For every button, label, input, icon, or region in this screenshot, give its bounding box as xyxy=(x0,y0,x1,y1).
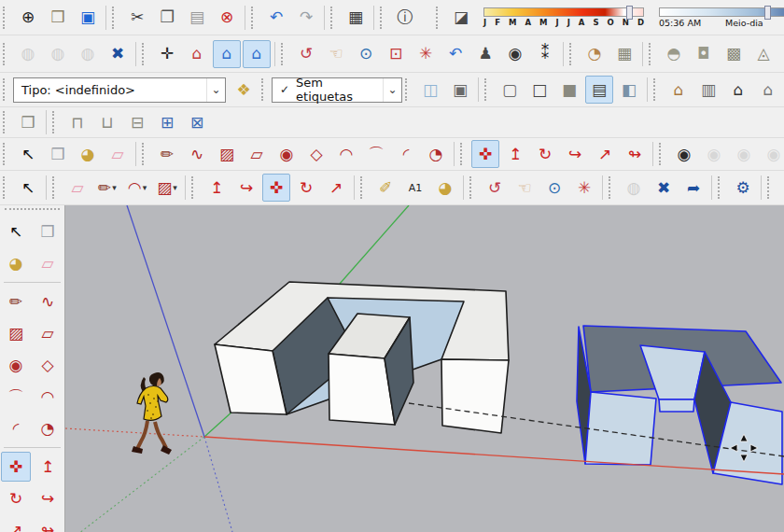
style-hidden-line-button[interactable]: □ xyxy=(525,76,553,104)
toggle-shadows-button[interactable]: ◪ xyxy=(447,4,475,32)
select-button[interactable]: ↖ xyxy=(1,217,31,246)
add-detail-button[interactable]: ◬ xyxy=(749,40,777,68)
follow-me-button[interactable]: ↪ xyxy=(561,140,589,168)
follow-me-button[interactable]: ↪ xyxy=(232,174,260,202)
zoom-window-button[interactable]: ⊡ xyxy=(382,40,410,68)
get-models-button[interactable]: ◍ xyxy=(14,40,42,68)
extension-warehouse-button[interactable]: ✖ xyxy=(104,40,132,68)
chevron-down-icon[interactable]: ⌄ xyxy=(206,78,225,102)
look-through-camera-button[interactable]: ◉ xyxy=(700,140,728,168)
freehand-button[interactable]: ∿ xyxy=(183,140,211,168)
extension-warehouse-button[interactable]: ✖ xyxy=(650,174,678,202)
create-camera-button[interactable]: ◉ xyxy=(670,140,698,168)
toolbar-drag-handle[interactable] xyxy=(142,143,147,165)
copy-courtyard-back-wall[interactable] xyxy=(640,345,705,399)
display-section-fill-button[interactable]: ⌂ xyxy=(243,40,271,68)
rotated-rectangle-button[interactable]: ▱ xyxy=(33,318,63,348)
copy-courtyard-sill[interactable] xyxy=(659,399,694,412)
view-top-button[interactable]: ▥ xyxy=(694,76,722,104)
offset-button[interactable]: ↬ xyxy=(621,140,649,168)
toolbar-drag-handle[interactable] xyxy=(3,78,8,101)
chevron-down-icon[interactable]: ⌄ xyxy=(383,78,401,102)
orbit-button[interactable]: ↺ xyxy=(481,174,509,202)
view-back-button[interactable]: ⌂ xyxy=(754,76,782,104)
solid-trim-button[interactable]: ⊞ xyxy=(153,108,181,136)
u-building-right-wing-face[interactable] xyxy=(441,359,509,433)
section-plane-button[interactable]: ⌂ xyxy=(183,40,211,68)
rectangle-dropdown-arrow[interactable]: ▾ xyxy=(173,183,177,192)
print-button[interactable]: ▦ xyxy=(342,4,370,32)
toolbar-drag-handle[interactable] xyxy=(3,111,8,133)
toolbar-drag-handle[interactable] xyxy=(261,78,267,101)
push-pull-button[interactable]: ↥ xyxy=(33,452,63,482)
viewport-canvas[interactable] xyxy=(65,205,784,532)
polygon-button[interactable]: ◇ xyxy=(33,350,63,380)
position-camera-button[interactable]: ♟ xyxy=(471,40,499,68)
sandbox-from-contours-button[interactable]: ◔ xyxy=(581,40,609,68)
paste-button[interactable]: ▤ xyxy=(183,4,211,32)
send-to-layout-button[interactable]: ➦ xyxy=(679,174,707,202)
look-around-button[interactable]: ◉ xyxy=(501,40,529,68)
copy-button[interactable]: ❐ xyxy=(153,4,181,32)
toolbar-drag-handle[interactable] xyxy=(142,43,147,65)
toolbar-drag-handle[interactable] xyxy=(251,7,257,29)
toolbar-drag-handle[interactable] xyxy=(484,78,490,101)
paint-bucket-button[interactable]: ◕ xyxy=(431,174,459,202)
toolbar-drag-handle[interactable] xyxy=(653,78,659,101)
freehand-button[interactable]: ∿ xyxy=(33,287,63,316)
paint-bucket-button[interactable]: ◕ xyxy=(1,248,31,278)
shadow-time-track[interactable] xyxy=(659,7,784,17)
rotate-button[interactable]: ↻ xyxy=(292,174,320,202)
cut-button[interactable]: ✂ xyxy=(123,4,151,32)
toolbar-drag-handle[interactable] xyxy=(469,176,475,199)
text-button[interactable]: A1 xyxy=(401,174,429,202)
orbit-button[interactable]: ↺ xyxy=(292,40,320,68)
toolbar-drag-handle[interactable] xyxy=(3,176,8,199)
two-point-arc-button[interactable]: ⌒ xyxy=(1,382,31,412)
zoom-extents-button[interactable]: ✳ xyxy=(412,40,440,68)
share-model-button[interactable]: ◍ xyxy=(44,40,72,68)
circle-button[interactable]: ◉ xyxy=(1,350,31,380)
line-dropdown-arrow[interactable]: ▾ xyxy=(112,183,117,192)
offset-button[interactable]: ↬ xyxy=(33,515,63,532)
toolbar-drag-handle[interactable] xyxy=(659,143,665,165)
make-component-button[interactable]: ❒ xyxy=(33,217,63,246)
eraser-button[interactable]: ▱ xyxy=(33,248,63,278)
solid-union-button[interactable]: ⊔ xyxy=(93,108,121,136)
two-point-arc-button[interactable]: ⌒ xyxy=(362,140,390,168)
flip-edge-button[interactable]: ⊠ xyxy=(779,40,784,68)
stamp-button[interactable]: ◘ xyxy=(690,40,718,68)
solid-split-button[interactable]: ⊠ xyxy=(183,108,211,136)
rotate-button[interactable]: ↻ xyxy=(1,483,31,513)
new-file-button[interactable]: ⊕ xyxy=(14,4,42,32)
toolbar-drag-handle[interactable] xyxy=(3,7,8,29)
tags-select[interactable]: ✓ Sem etiquetas ⌄ xyxy=(272,77,402,103)
toolbar-drag-handle[interactable] xyxy=(649,43,654,65)
shadow-date-track[interactable] xyxy=(483,7,644,17)
get-models-button[interactable]: ◍ xyxy=(620,174,648,202)
select-button[interactable]: ↖ xyxy=(14,140,42,168)
toolbar-drag-handle[interactable] xyxy=(191,176,197,199)
scale-button[interactable]: ↗ xyxy=(1,515,31,532)
style-monochrome-button[interactable]: ◧ xyxy=(615,76,643,104)
arc-button[interactable]: ◠▾ xyxy=(123,174,151,202)
three-point-arc-button[interactable]: ◜ xyxy=(1,413,31,443)
rotated-rectangle-button[interactable]: ▱ xyxy=(243,140,271,168)
paint-bucket-button[interactable]: ◕ xyxy=(74,140,102,168)
solid-intersect-button[interactable]: ⊓ xyxy=(63,108,91,136)
outer-shell-button[interactable]: ❒ xyxy=(14,108,42,136)
view-iso-button[interactable]: ⌂ xyxy=(665,76,693,104)
smoove-button[interactable]: ◓ xyxy=(660,40,688,68)
toolbar-drag-handle[interactable] xyxy=(330,7,336,29)
toolbar-drag-handle[interactable] xyxy=(718,176,723,199)
toolbar-drag-handle[interactable] xyxy=(436,7,441,29)
arc-button[interactable]: ◠ xyxy=(33,382,63,412)
zoom-extents-button[interactable]: ✳ xyxy=(570,174,598,202)
undo-button[interactable]: ↶ xyxy=(262,4,290,32)
line-button[interactable]: ✏ xyxy=(153,140,181,168)
account-button[interactable]: ☺ xyxy=(778,174,784,202)
delete-button[interactable]: ⊗ xyxy=(213,4,241,32)
pie-button[interactable]: ◔ xyxy=(33,413,63,443)
circle-button[interactable]: ◉ xyxy=(273,140,301,168)
copy-front-left-face[interactable] xyxy=(585,392,656,465)
